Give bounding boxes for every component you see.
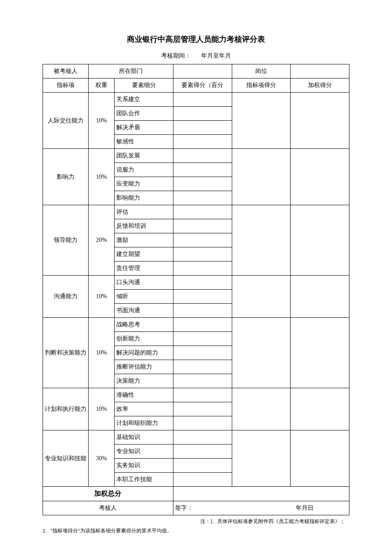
indicator-name: 影响力	[43, 149, 89, 205]
element-item: 专业知识	[115, 445, 173, 459]
table-row: 领导能力 20% 评估	[43, 205, 349, 219]
score-cell	[173, 219, 232, 233]
score-cell	[173, 121, 232, 135]
score-cell	[173, 205, 232, 219]
score-cell	[173, 247, 232, 262]
element-item: 计划和组织能力	[115, 416, 173, 430]
col-element: 要素细分	[115, 78, 173, 93]
score-cell	[232, 430, 291, 487]
assessee-label: 被考核人	[43, 64, 89, 78]
table-row: 人际交往能力 10% 关系建立	[43, 93, 349, 107]
element-item: 评估	[115, 205, 173, 219]
element-item: 团队合作	[115, 107, 173, 121]
score-cell	[173, 149, 232, 163]
total-label: 加权总分	[43, 487, 173, 501]
score-cell	[173, 360, 232, 374]
score-cell	[173, 304, 232, 318]
col-indicator-score: 指标项得分	[232, 78, 291, 93]
score-cell	[173, 388, 232, 402]
element-item: 实务知识	[115, 459, 173, 473]
signature-cell: 签字： 年月日	[173, 501, 349, 515]
table-row: 专业知识和技能 30% 基础知识	[43, 430, 349, 445]
total-row: 加权总分	[43, 487, 349, 501]
element-item: 应变能力	[115, 177, 173, 191]
score-cell	[173, 93, 232, 107]
indicator-name: 人际交往能力	[43, 93, 89, 149]
element-item: 本职工作技能	[115, 473, 173, 487]
element-item: 解决矛盾	[115, 121, 173, 135]
element-item: 反馈和培训	[115, 219, 173, 233]
indicator-weight: 20%	[89, 205, 115, 276]
element-item: 说服力	[115, 163, 173, 177]
score-cell	[173, 191, 232, 205]
score-cell	[173, 346, 232, 360]
evaluation-table: 被考核人 所在部门 岗位 指标项 权重 要素细分 要素得分（百分 指标项得分 加…	[43, 64, 349, 515]
score-cell	[173, 163, 232, 177]
element-item: 书面沟通	[115, 304, 173, 318]
table-row: 计划和执行能力 10% 准确性	[43, 388, 349, 402]
score-cell	[291, 205, 349, 276]
element-item: 效率	[115, 402, 173, 416]
indicator-weight: 10%	[89, 276, 115, 318]
dept-value	[173, 64, 232, 78]
element-item: 激励	[115, 233, 173, 247]
indicator-weight: 10%	[89, 318, 115, 388]
element-item: 影响能力	[115, 191, 173, 205]
score-cell	[173, 459, 232, 473]
score-cell	[291, 93, 349, 149]
period-label: 考核期间：	[161, 52, 191, 59]
score-cell	[291, 149, 349, 205]
col-indicator: 指标项	[43, 78, 89, 93]
sign-label: 签字：	[175, 505, 193, 511]
document-title: 商业银行中高层管理人员能力考核评分表	[43, 34, 349, 44]
element-item: 战略思考	[115, 318, 173, 332]
table-row: 影响力 10% 团队发展	[43, 149, 349, 163]
indicator-name: 判断和决策能力	[43, 318, 89, 388]
assessor-label: 考核人	[43, 501, 173, 515]
element-item: 倾听	[115, 290, 173, 304]
score-cell	[173, 318, 232, 332]
score-cell	[173, 445, 232, 459]
element-item: 创新能力	[115, 332, 173, 346]
score-cell	[291, 276, 349, 318]
table-row: 判断和决策能力 10% 战略思考	[43, 318, 349, 332]
element-item: 建立期望	[115, 247, 173, 262]
indicator-name: 领导能力	[43, 205, 89, 276]
element-item: 责任管理	[115, 262, 173, 276]
note-2: 2、"指标项得分"为该指标各细分要素得分的算术平均值。	[43, 526, 349, 536]
element-item: 敏感性	[115, 135, 173, 149]
score-cell	[232, 205, 291, 276]
note-1: 注：]、具体评估标准参见附件四《员工能力考核指标评定表》；	[43, 517, 349, 526]
assessment-period: 考核期间： 年月至年月	[43, 52, 349, 60]
score-cell	[173, 290, 232, 304]
score-cell	[291, 318, 349, 388]
indicator-weight: 10%	[89, 388, 115, 430]
col-element-score: 要素得分（百分	[173, 78, 232, 93]
score-cell	[291, 388, 349, 430]
header-row-2: 指标项 权重 要素细分 要素得分（百分 指标项得分 加权得分	[43, 78, 349, 93]
element-item: 推断评估能力	[115, 360, 173, 374]
period-value: 年月至年月	[201, 52, 231, 59]
score-cell	[173, 276, 232, 290]
table-row: 沟通能力 10% 口头沟通	[43, 276, 349, 290]
score-cell	[173, 177, 232, 191]
notes: 注：]、具体评估标准参见附件四《员工能力考核指标评定表》； 2、"指标项得分"为…	[43, 517, 349, 535]
date-label: 年月日	[296, 505, 314, 511]
score-cell	[173, 332, 232, 346]
col-weight: 权重	[89, 78, 115, 93]
element-item: 解决问题的能力	[115, 346, 173, 360]
indicator-weight: 10%	[89, 93, 115, 149]
score-cell	[173, 416, 232, 430]
score-cell	[173, 473, 232, 487]
score-cell	[173, 402, 232, 416]
indicator-name: 专业知识和技能	[43, 430, 89, 487]
indicator-name: 计划和执行能力	[43, 388, 89, 430]
score-cell	[173, 374, 232, 388]
element-item: 团队发展	[115, 149, 173, 163]
score-cell	[232, 276, 291, 318]
element-item: 决策能力	[115, 374, 173, 388]
element-item: 口头沟通	[115, 276, 173, 290]
header-row-1: 被考核人 所在部门 岗位	[43, 64, 349, 78]
post-label: 岗位	[232, 64, 291, 78]
score-cell	[173, 135, 232, 149]
